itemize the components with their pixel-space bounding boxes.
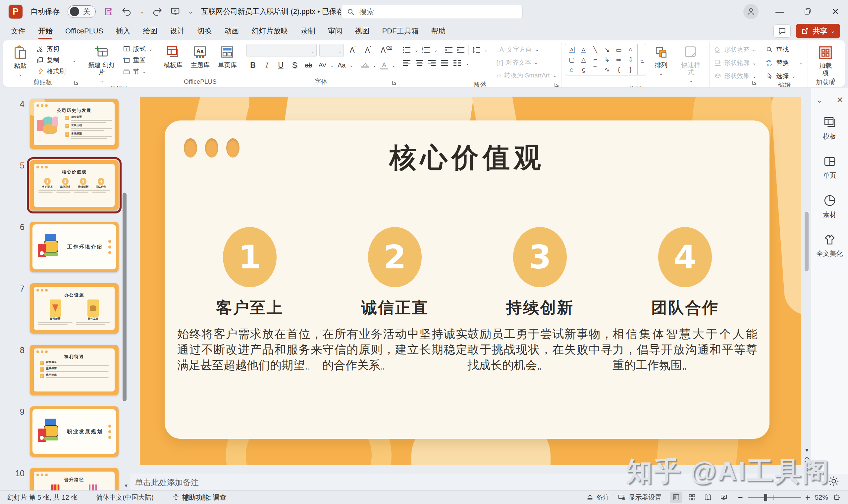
reset-button[interactable]: 重置 xyxy=(122,55,154,65)
reading-view-button[interactable] xyxy=(702,492,714,503)
sidebar-item-assets[interactable]: 素材 xyxy=(823,194,836,219)
numbering-button[interactable]: 123 xyxy=(422,46,430,54)
quick-styles-button[interactable]: 快速样式 ⌄ xyxy=(676,44,706,85)
line-shape-icon[interactable]: ╲ xyxy=(593,46,597,54)
undo-icon[interactable] xyxy=(122,6,132,17)
slideshow-view-button[interactable] xyxy=(717,492,730,503)
increase-indent-button[interactable] xyxy=(456,46,465,54)
tab-slideshow[interactable]: 幻灯片放映 xyxy=(245,24,294,38)
right-brace-shape-icon[interactable]: } xyxy=(630,66,632,73)
value-column-2[interactable]: 2 诚信正直 在所有业务活动中坚持诚实守信的原则，建立长期稳定的合作关系。 xyxy=(322,227,467,373)
slide-sorter-view-button[interactable] xyxy=(686,492,698,503)
thumbnail-row-5[interactable]: 5 核心价值观 1客户至上 2诚信正直 3持续创新 4团队合作 xyxy=(13,160,130,211)
thumbnail-row-4[interactable]: 4 公司历史与发展 xyxy=(13,98,130,149)
page-library-button[interactable]: 单页库 xyxy=(215,44,240,70)
tab-help[interactable]: 帮助 xyxy=(425,24,452,38)
autosave-toggle[interactable]: 关 xyxy=(68,5,96,18)
grow-font-button[interactable]: Aˆ xyxy=(346,44,359,57)
tab-transitions[interactable]: 切换 xyxy=(191,24,218,38)
paragraph-dialog-launcher-icon[interactable] xyxy=(554,83,559,87)
rectangle-shape-icon[interactable]: ▭ xyxy=(616,46,622,54)
collapse-ribbon-icon[interactable]: ∧ xyxy=(831,75,836,84)
tab-animations[interactable]: 动画 xyxy=(218,24,245,38)
justify-button[interactable] xyxy=(440,59,449,67)
triangle-shape-icon[interactable]: △ xyxy=(581,56,586,64)
comments-button[interactable] xyxy=(774,24,791,38)
scribble-shape-icon[interactable]: ϛ xyxy=(582,66,585,73)
redo-icon[interactable] xyxy=(152,6,162,17)
character-spacing-button[interactable]: AV xyxy=(316,59,329,71)
right-arrow-shape-icon[interactable]: ⇨ xyxy=(616,56,621,64)
value-column-3[interactable]: 3 持续创新 鼓励员工勇于尝试新事物，敢于挑战现状，在失败中寻找成长的机会。 xyxy=(467,227,612,373)
elbow-arrow-connector-icon[interactable]: ↳ xyxy=(605,56,610,64)
replace-button[interactable]: bc 替换 ⌄ xyxy=(764,58,804,68)
canvas-scrollbar-thumb[interactable] xyxy=(804,212,809,271)
zoom-level[interactable]: 52% xyxy=(815,494,828,501)
change-case-button[interactable]: Aa xyxy=(335,59,348,71)
tab-officeplus[interactable]: OfficePLUS xyxy=(59,25,110,37)
smartart-button[interactable]: ▱转换为 SmartArt⌄ xyxy=(495,70,558,80)
arrange-button[interactable]: 排列 ⌄ xyxy=(649,44,673,77)
tab-design[interactable]: 设计 xyxy=(164,24,191,38)
tab-file[interactable]: 文件 xyxy=(5,24,32,38)
slide-4-thumbnail[interactable]: 公司历史与发展 1成立背景 2发展历程 3未来展望 xyxy=(30,98,119,149)
share-button[interactable]: 共享 ⌄ xyxy=(796,24,840,38)
font-name-combo[interactable] xyxy=(246,44,317,57)
slide-canvas[interactable]: 核心价值观 1 客户至上 始终将客户需求放在首位，通过不断改进产品和服务来满足甚… xyxy=(130,88,811,490)
copy-button[interactable]: 复制 ⌄ xyxy=(35,55,77,65)
align-text-button[interactable]: [↕]对齐文本⌄ xyxy=(495,57,558,68)
arrow-shape-icon[interactable]: ↘ xyxy=(605,46,610,54)
rounded-rectangle-shape-icon[interactable]: ▢ xyxy=(569,56,575,64)
thumbnail-scrollbar-thumb[interactable] xyxy=(123,193,126,401)
value-column-4[interactable]: 4 团队合作 相信集体智慧大于个人能力，倡导开放沟通和平等尊重的工作氛围。 xyxy=(612,227,758,373)
slide-editing-surface[interactable]: 核心价值观 1 客户至上 始终将客户需求放在首位，通过不断改进产品和服务来满足甚… xyxy=(140,97,801,465)
oval-shape-icon[interactable]: ○ xyxy=(629,46,633,53)
slide-6-thumbnail[interactable]: 工作环境介绍 xyxy=(30,222,119,272)
decrease-indent-button[interactable] xyxy=(445,46,453,54)
paste-button[interactable]: 粘贴 ⌄ xyxy=(8,44,33,78)
quick-access-dropdown-icon[interactable]: ⌄ xyxy=(188,8,193,15)
font-size-combo[interactable] xyxy=(319,44,344,57)
shrink-font-button[interactable]: Aˇ xyxy=(362,44,374,57)
tab-view[interactable]: 视图 xyxy=(349,24,376,38)
zoom-slider[interactable] xyxy=(748,497,801,498)
text-box-icon[interactable]: A xyxy=(569,47,574,53)
format-painter-button[interactable]: 格式刷 xyxy=(35,66,77,76)
align-left-button[interactable] xyxy=(402,59,411,67)
normal-view-button[interactable] xyxy=(670,492,682,503)
thumbnail-row-6[interactable]: 6 工作环境介绍 xyxy=(13,222,130,272)
sidebar-item-beautify[interactable]: 全文美化 xyxy=(816,233,843,258)
line-spacing-button[interactable] xyxy=(472,46,481,54)
zoom-slider-thumb[interactable] xyxy=(764,494,767,501)
notes-toggle-button[interactable]: 备注 xyxy=(586,493,610,502)
value-column-1[interactable]: 1 客户至上 始终将客户需求放在首位，通过不断改进产品和服务来满足甚至超越他们的… xyxy=(177,227,322,373)
columns-button[interactable] xyxy=(453,59,462,67)
thumbnail-row-10[interactable]: 10 晋升路径 xyxy=(13,468,130,490)
thumbnail-scroll-down-icon[interactable]: ▼ xyxy=(124,483,128,488)
slide-8-thumbnail[interactable]: 福利待遇 1薪酬体系 2健康保障 3休闲娱乐 xyxy=(30,345,119,395)
accessibility-status[interactable]: 辅助功能: 调查 xyxy=(172,493,226,502)
tab-draw[interactable]: 绘图 xyxy=(137,24,164,38)
slide-10-thumbnail[interactable]: 晋升路径 xyxy=(30,468,119,490)
close-button[interactable]: ✕ xyxy=(829,6,842,17)
shape-effects-button[interactable]: 形状效果⌄ xyxy=(713,71,758,81)
italic-button[interactable]: I xyxy=(260,59,273,71)
left-brace-shape-icon[interactable]: { xyxy=(618,66,620,73)
curve-shape-icon[interactable]: ∿ xyxy=(605,66,610,73)
shape-fill-button[interactable]: 形状填充⌄ xyxy=(713,44,758,55)
zoom-out-button[interactable]: − xyxy=(738,492,743,503)
restore-button[interactable] xyxy=(801,7,814,16)
underline-button[interactable]: U xyxy=(274,59,287,71)
display-settings-button[interactable]: 显示器设置 xyxy=(618,493,662,502)
font-dialog-launcher-icon[interactable] xyxy=(392,80,397,85)
slide-title[interactable]: 核心价值观 xyxy=(165,140,769,176)
canvas-scrollbar[interactable] xyxy=(803,89,810,441)
search-box[interactable]: 搜索 xyxy=(341,5,523,19)
minimize-button[interactable]: — xyxy=(773,6,786,17)
shape-gallery[interactable]: A A ╲ ↘ ▭ ○ ▢ △ ⌐ ↳ ⇨ ⇩ ⌂ ϛ ⌒ xyxy=(565,44,646,75)
find-button[interactable]: 查找 xyxy=(764,44,804,55)
tab-home[interactable]: 开始 xyxy=(32,24,59,38)
clear-formatting-button[interactable]: A⌫ xyxy=(380,44,393,57)
sidebar-close-icon[interactable]: ✕ xyxy=(837,95,843,105)
align-right-button[interactable] xyxy=(428,59,436,67)
